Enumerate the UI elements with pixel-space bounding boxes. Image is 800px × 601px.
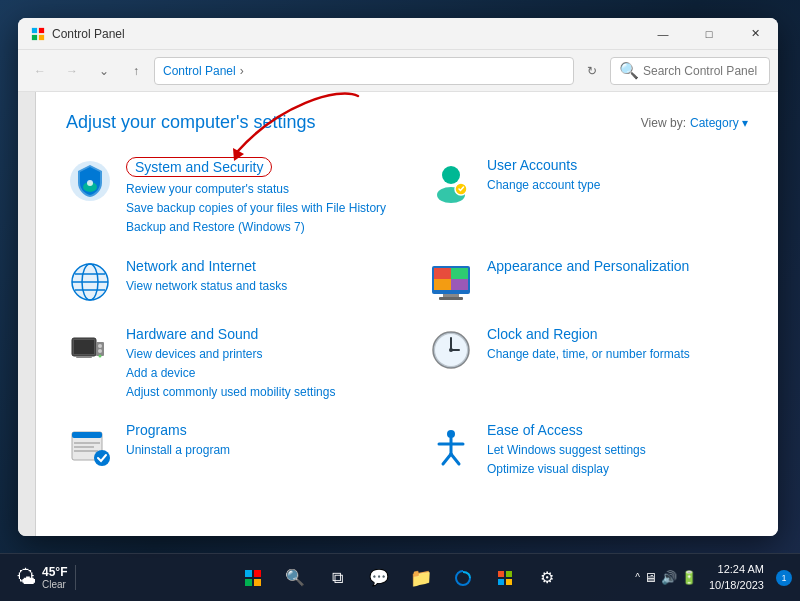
hardware-text: Hardware and Sound View devices and prin… xyxy=(126,326,387,403)
window-title: Control Panel xyxy=(52,27,125,41)
svg-point-15 xyxy=(72,264,108,300)
address-field[interactable]: Control Panel › xyxy=(154,57,574,85)
forward-button[interactable]: → xyxy=(58,57,86,85)
svg-rect-20 xyxy=(434,279,451,290)
network-status-link[interactable]: View network status and tasks xyxy=(126,277,387,296)
clock-date: 10/18/2023 xyxy=(709,578,764,593)
category-hardware: Hardware and Sound View devices and prin… xyxy=(66,326,387,403)
hardware-title[interactable]: Hardware and Sound xyxy=(126,326,387,342)
view-by-label: View by: xyxy=(641,116,686,130)
svg-rect-52 xyxy=(254,579,261,586)
file-explorer-button[interactable]: 📁 xyxy=(403,560,439,596)
hardware-icon xyxy=(66,326,114,374)
battery-icon[interactable]: 🔋 xyxy=(681,570,697,585)
svg-rect-18 xyxy=(434,268,451,279)
sidebar-strip xyxy=(18,92,36,536)
system-security-text: System and Security Review your computer… xyxy=(126,157,387,238)
control-panel-window: Control Panel — □ ✕ ← → ⌄ ↑ Control Pane… xyxy=(18,18,778,536)
file-history-link[interactable]: Save backup copies of your files with Fi… xyxy=(126,199,387,218)
mobility-settings-link[interactable]: Adjust commonly used mobility settings xyxy=(126,383,387,402)
programs-title[interactable]: Programs xyxy=(126,422,387,438)
page-header: Adjust your computer's settings View by:… xyxy=(66,112,748,133)
date-time-link[interactable]: Change date, time, or number formats xyxy=(487,345,748,364)
svg-point-6 xyxy=(87,180,93,186)
taskbar-center: 🔍 ⧉ 💬 📁 ⚙ xyxy=(235,560,565,596)
change-account-link[interactable]: Change account type xyxy=(487,176,748,195)
view-by-dropdown[interactable]: Category ▾ xyxy=(690,116,748,130)
taskbar-clock[interactable]: 12:24 AM 10/18/2023 xyxy=(701,562,772,593)
network-tray-icon[interactable]: 🖥 xyxy=(644,570,657,585)
svg-line-47 xyxy=(451,454,459,464)
svg-point-7 xyxy=(442,166,460,184)
system-security-icon xyxy=(66,157,114,205)
breadcrumb-item[interactable]: Control Panel xyxy=(163,64,236,78)
svg-point-28 xyxy=(98,349,102,353)
title-controls: — □ ✕ xyxy=(640,18,778,50)
task-view-button[interactable]: ⧉ xyxy=(319,560,355,596)
category-clock: Clock and Region Change date, time, or n… xyxy=(427,326,748,403)
review-status-link[interactable]: Review your computer's status xyxy=(126,180,387,199)
windows-suggest-link[interactable]: Let Windows suggest settings xyxy=(487,441,748,460)
network-title[interactable]: Network and Internet xyxy=(126,258,387,274)
window-icon xyxy=(30,26,46,42)
ease-of-access-text: Ease of Access Let Windows suggest setti… xyxy=(487,422,748,479)
main-content: Adjust your computer's settings View by:… xyxy=(36,92,778,536)
settings-app-button[interactable]: ⚙ xyxy=(529,560,565,596)
svg-rect-40 xyxy=(74,446,94,448)
volume-icon[interactable]: 🔊 xyxy=(661,570,677,585)
add-device-link[interactable]: Add a device xyxy=(126,364,387,383)
notification-badge[interactable]: 1 xyxy=(776,570,792,586)
appearance-text: Appearance and Personalization xyxy=(487,258,748,277)
svg-point-36 xyxy=(433,332,469,368)
system-security-title[interactable]: System and Security xyxy=(126,157,272,177)
clock-title[interactable]: Clock and Region xyxy=(487,326,748,342)
view-devices-link[interactable]: View devices and printers xyxy=(126,345,387,364)
title-bar-left: Control Panel xyxy=(30,26,125,42)
search-input[interactable] xyxy=(643,64,761,78)
maximize-button[interactable]: □ xyxy=(686,18,732,50)
svg-rect-25 xyxy=(74,340,94,354)
up-button[interactable]: ↑ xyxy=(122,57,150,85)
minimize-button[interactable]: — xyxy=(640,18,686,50)
backup-restore-link[interactable]: Backup and Restore (Windows 7) xyxy=(126,218,387,237)
taskbar-right: ^ 🖥 🔊 🔋 12:24 AM 10/18/2023 1 xyxy=(635,562,800,593)
svg-rect-39 xyxy=(74,442,100,444)
svg-rect-0 xyxy=(32,27,37,32)
search-button[interactable]: 🔍 xyxy=(277,560,313,596)
svg-rect-1 xyxy=(39,27,44,32)
edge-button[interactable] xyxy=(445,560,481,596)
system-tray: ^ 🖥 🔊 🔋 xyxy=(635,570,697,585)
close-button[interactable]: ✕ xyxy=(732,18,778,50)
ease-of-access-title[interactable]: Ease of Access xyxy=(487,422,748,438)
svg-rect-23 xyxy=(439,297,463,300)
weather-widget[interactable]: 🌤 45°F Clear xyxy=(8,565,76,590)
ease-of-access-icon xyxy=(427,422,475,470)
appearance-title[interactable]: Appearance and Personalization xyxy=(487,258,748,274)
start-button[interactable] xyxy=(235,560,271,596)
weather-temp: 45°F xyxy=(42,565,67,579)
back-button[interactable]: ← xyxy=(26,57,54,85)
clock-text: Clock and Region Change date, time, or n… xyxy=(487,326,748,364)
address-right: ↻ 🔍 xyxy=(578,57,770,85)
chat-button[interactable]: 💬 xyxy=(361,560,397,596)
taskbar: 🌤 45°F Clear 🔍 ⧉ 💬 📁 xyxy=(0,553,800,601)
search-box[interactable]: 🔍 xyxy=(610,57,770,85)
svg-point-42 xyxy=(94,450,110,466)
svg-rect-50 xyxy=(254,570,261,577)
uninstall-link[interactable]: Uninstall a program xyxy=(126,441,387,460)
svg-point-27 xyxy=(98,344,102,348)
svg-rect-19 xyxy=(451,268,468,279)
category-network: Network and Internet View network status… xyxy=(66,258,387,306)
refresh-button[interactable]: ↻ xyxy=(578,57,606,85)
clock-icon xyxy=(427,326,475,374)
chevron-up-icon[interactable]: ^ xyxy=(635,572,640,583)
dropdown-button[interactable]: ⌄ xyxy=(90,57,118,85)
weather-condition: Clear xyxy=(42,579,67,590)
user-accounts-title[interactable]: User Accounts xyxy=(487,157,748,173)
visual-display-link[interactable]: Optimize visual display xyxy=(487,460,748,479)
svg-rect-56 xyxy=(506,579,512,585)
store-button[interactable] xyxy=(487,560,523,596)
weather-icon: 🌤 xyxy=(16,566,36,589)
programs-text: Programs Uninstall a program xyxy=(126,422,387,460)
categories-grid: System and Security Review your computer… xyxy=(66,157,748,480)
